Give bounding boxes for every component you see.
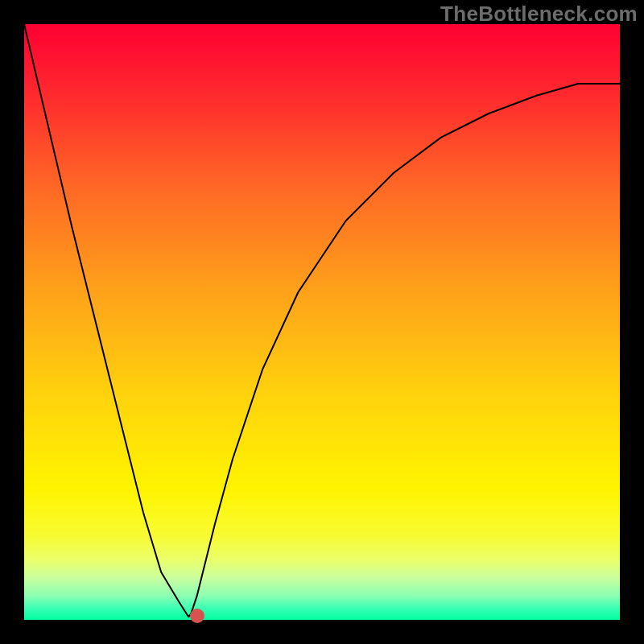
gradient-background [0, 0, 644, 644]
plot-area [24, 24, 620, 620]
chart-stage: TheBottleneck.com [0, 0, 644, 644]
watermark-text: TheBottleneck.com [440, 2, 638, 27]
